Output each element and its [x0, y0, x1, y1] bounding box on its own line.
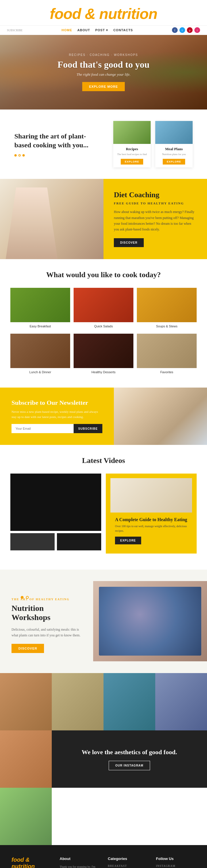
- video-thumb-1[interactable]: [10, 533, 55, 550]
- food-item-breakfast[interactable]: Easy Breakfast: [10, 288, 70, 330]
- newsletter-section: Subscribe to Our Newsletter Never miss a…: [0, 388, 207, 445]
- recipe-card-img-2: [155, 121, 192, 144]
- hero-subtitle: The right food can change your life.: [57, 72, 150, 77]
- insta-food-6: [0, 788, 52, 845]
- diet-discover-button[interactable]: DISCOVER: [114, 238, 144, 247]
- video-card-body: A Complete Guide to Healthy Eating Over …: [110, 513, 192, 549]
- instagram-icon[interactable]: i: [195, 27, 200, 33]
- facebook-icon[interactable]: f: [172, 27, 178, 33]
- newsletter-email-input[interactable]: [11, 424, 74, 433]
- video-explore-button[interactable]: EXPLORE: [115, 537, 141, 545]
- hero-breadcrumb: RECIPES · COACHING · WORKSHOPS: [57, 53, 150, 57]
- diet-section: Diet Coaching FREE GUIDE TO HEALTHY EATI…: [0, 179, 207, 259]
- insta-food-5: [0, 731, 52, 788]
- newsletter-image: [114, 388, 207, 445]
- insta-food-3: [103, 673, 155, 731]
- site-footer: food & nutrition About Thank you for sto…: [0, 845, 207, 868]
- insta-button[interactable]: OUR INSTAGRAM: [109, 761, 150, 770]
- video-card-desc: Over 100 tips to eat well, manage weight…: [115, 524, 187, 533]
- insta-middle-row: We love the aesthetics of good food. OUR…: [0, 731, 207, 845]
- insta-food-4: [155, 673, 207, 731]
- nav-brand: SUBSCRIBE: [7, 29, 22, 32]
- footer-follow-title: Follow Us: [156, 857, 196, 861]
- video-thumb-2[interactable]: [57, 533, 101, 550]
- recipe-card-2: Meal Plans Nutrition plans for you EXPLO…: [155, 121, 192, 167]
- footer-about-col: About Thank you for stopping by. I'm the…: [60, 857, 100, 868]
- footer-about-title: About: [60, 857, 100, 861]
- food-item-salads[interactable]: Quick Salads: [74, 288, 133, 330]
- recipe-card-btn-1[interactable]: EXPLORE: [121, 159, 143, 164]
- food-item-desserts[interactable]: Healthy Desserts: [74, 334, 133, 376]
- hero-content: RECIPES · COACHING · WORKSHOPS Food that…: [57, 53, 150, 91]
- food-item-favorites[interactable]: Favorites: [137, 334, 197, 376]
- main-nav: SUBSCRIBE HOME ABOUT POST ▾ CONTACTS f t…: [0, 25, 207, 35]
- newsletter-desc: Never miss a new plant-based recipe, wee…: [11, 409, 102, 420]
- diet-title: Diet Coaching: [114, 191, 197, 199]
- workshops-image: [93, 581, 207, 661]
- recipe-card-body-1: Recipes The best food recipes to find EX…: [113, 144, 151, 167]
- logo-section: food & nutrition: [0, 0, 207, 25]
- food-item-lunch[interactable]: Lunch & Dinner: [10, 334, 70, 376]
- insta-food-1: [0, 673, 52, 731]
- workshops-deco: [20, 595, 90, 600]
- recipe-card-title-2: Meal Plans: [158, 147, 190, 151]
- video-card: A Complete Guide to Healthy Eating Over …: [106, 473, 197, 554]
- food-img-soups: [137, 288, 197, 322]
- newsletter-subscribe-button[interactable]: SUBSCRIBE: [74, 424, 102, 433]
- food-label-breakfast: Easy Breakfast: [10, 322, 70, 330]
- workshops-content: THE ART OF HEALTHY EATING Nutrition Work…: [0, 581, 93, 662]
- dot-2: [18, 154, 21, 156]
- video-card-section: A Complete Guide to Healthy Eating Over …: [106, 473, 197, 554]
- cook-section: What would you like to cook today? Easy …: [0, 259, 207, 388]
- videos-grid: A Complete Guide to Healthy Eating Over …: [10, 473, 197, 558]
- pinterest-icon[interactable]: p: [187, 27, 192, 33]
- insta-content-box: We love the aesthetics of good food. OUR…: [52, 731, 207, 788]
- footer-brand-col: food & nutrition: [11, 857, 51, 868]
- diet-subtitle: FREE GUIDE TO HEALTHY EATING: [114, 202, 197, 205]
- video-card-title: A Complete Guide to Healthy Eating: [115, 517, 187, 522]
- hero-cta-button[interactable]: EXPLORE MORE: [82, 82, 125, 91]
- video-main: [10, 473, 101, 558]
- workshops-title: Nutrition Workshops: [11, 604, 82, 622]
- nav-post[interactable]: POST ▾: [95, 28, 108, 32]
- workshops-desc: Delicious, colourful, and satisfying mea…: [11, 627, 82, 639]
- nav-about[interactable]: ABOUT: [77, 28, 90, 32]
- newsletter-form: SUBSCRIBE: [11, 424, 102, 433]
- nav-home[interactable]: HOME: [61, 28, 72, 32]
- sharing-right: Recipes The best food recipes to find EX…: [113, 121, 192, 167]
- site-logo[interactable]: food & nutrition: [0, 5, 207, 22]
- newsletter-title: Subscribe to Our Newsletter: [11, 399, 102, 406]
- nav-contacts[interactable]: CONTACTS: [113, 28, 133, 32]
- workshops-section: THE ART OF HEALTHY EATING Nutrition Work…: [0, 569, 207, 673]
- food-img-breakfast: [10, 288, 70, 322]
- footer-instagram-link[interactable]: INSTAGRAM: [156, 864, 196, 867]
- twitter-icon[interactable]: t: [179, 27, 185, 33]
- workshops-discover-button[interactable]: DISCOVER: [11, 644, 44, 653]
- food-img-favorites: [137, 334, 197, 368]
- diet-image: [0, 179, 103, 259]
- nav-socials: f t p i: [172, 27, 200, 33]
- food-grid: Easy Breakfast Quick Salads Soups & Stew…: [10, 288, 197, 376]
- newsletter-content: Subscribe to Our Newsletter Never miss a…: [0, 388, 114, 445]
- food-label-soups: Soups & Stews: [137, 322, 197, 330]
- video-main-img[interactable]: [10, 473, 101, 531]
- recipe-card-img-1: [113, 121, 151, 144]
- recipe-card-body-2: Meal Plans Nutrition plans for you EXPLO…: [155, 144, 192, 167]
- cook-title: What would you like to cook today?: [10, 271, 197, 279]
- food-img-desserts: [74, 334, 133, 368]
- videos-title: Latest Videos: [10, 456, 197, 465]
- workshops-img-inner: [99, 587, 201, 656]
- footer-top: food & nutrition About Thank you for sto…: [11, 857, 196, 868]
- food-item-soups[interactable]: Soups & Stews: [137, 288, 197, 330]
- diet-content: Diet Coaching FREE GUIDE TO HEALTHY EATI…: [103, 179, 207, 259]
- recipe-card-desc-2: Nutrition plans for you: [158, 153, 190, 156]
- footer-about-text: Thank you for stopping by. I'm the blog …: [60, 864, 100, 868]
- diet-description: How about waking up with twice as much e…: [114, 209, 197, 232]
- recipe-card-1: Recipes The best food recipes to find EX…: [113, 121, 151, 167]
- hero-section: RECIPES · COACHING · WORKSHOPS Food that…: [0, 35, 207, 110]
- sharing-section: Sharing the art of plant-based cooking w…: [0, 110, 207, 179]
- dot-3: [22, 154, 25, 156]
- recipe-card-btn-2[interactable]: EXPLORE: [163, 159, 185, 164]
- footer-logo: food & nutrition: [11, 857, 51, 868]
- footer-cat-breakfast[interactable]: BREAKFAST: [108, 864, 148, 867]
